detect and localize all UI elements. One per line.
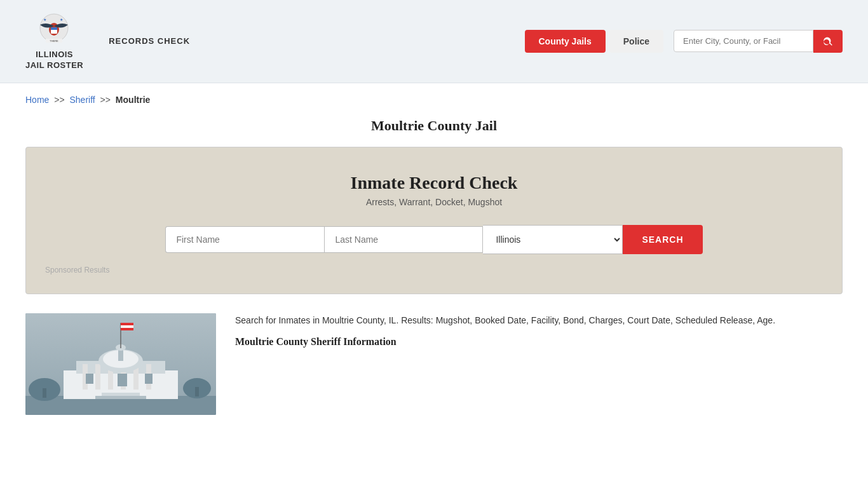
svg-rect-27 — [121, 325, 133, 328]
page-title-area: Moultrie County Jail — [0, 111, 868, 147]
breadcrumb-separator-2: >> — [100, 95, 111, 105]
svg-rect-28 — [121, 328, 133, 330]
bottom-section: Search for Inmates in Moultrie County, I… — [0, 313, 868, 434]
county-jails-button[interactable]: County Jails — [525, 30, 606, 53]
svg-text:THERE: THERE — [50, 39, 58, 43]
page-title: Moultrie County Jail — [25, 118, 843, 134]
site-header: ★ ★ THERE ILLINOIS JAIL ROSTER RECORDS C… — [0, 0, 868, 83]
bottom-description: Search for Inmates in Moultrie County, I… — [235, 313, 843, 327]
svg-rect-31 — [145, 374, 153, 384]
site-logo-link[interactable]: ★ ★ THERE ILLINOIS JAIL ROSTER — [25, 11, 83, 71]
svg-text:★: ★ — [43, 18, 46, 22]
sponsored-label: Sponsored Results — [45, 266, 823, 274]
inmate-search-button[interactable]: SEARCH — [623, 225, 702, 254]
search-icon — [822, 36, 834, 47]
svg-rect-34 — [43, 388, 46, 398]
bottom-text-area: Search for Inmates in Moultrie County, I… — [235, 313, 843, 348]
svg-rect-26 — [121, 323, 133, 325]
header-search-area — [674, 30, 843, 53]
capitol-image-placeholder — [25, 313, 216, 415]
breadcrumb-separator-1: >> — [54, 95, 64, 105]
svg-text:★: ★ — [60, 18, 63, 22]
breadcrumb-home-link[interactable]: Home — [25, 95, 49, 105]
county-info-heading: Moultrie County Sheriff Information — [235, 336, 843, 348]
breadcrumb: Home >> Sheriff >> Moultrie — [0, 83, 868, 111]
inmate-record-check-box: Inmate Record Check Arrests, Warrant, Do… — [25, 147, 843, 294]
svg-rect-3 — [51, 27, 57, 30]
police-button[interactable]: Police — [609, 30, 663, 53]
header-search-input[interactable] — [674, 30, 813, 52]
breadcrumb-sheriff-link[interactable]: Sheriff — [70, 95, 95, 105]
first-name-input[interactable] — [165, 226, 324, 253]
county-image — [25, 313, 216, 415]
inmate-box-title: Inmate Record Check — [45, 173, 823, 193]
header-search-button[interactable] — [813, 30, 843, 53]
logo-text: ILLINOIS JAIL ROSTER — [25, 50, 83, 71]
header-nav: County Jails Police — [525, 30, 843, 53]
svg-rect-29 — [86, 374, 93, 384]
svg-rect-13 — [102, 393, 140, 396]
svg-rect-30 — [118, 374, 127, 386]
inmate-search-form: AlabamaAlaskaArizonaArkansasCaliforniaCo… — [45, 225, 823, 254]
illinois-flag-icon: ★ ★ THERE — [37, 11, 72, 50]
last-name-input[interactable] — [324, 226, 483, 253]
breadcrumb-current: Moultrie — [116, 95, 150, 105]
svg-rect-12 — [95, 396, 146, 399]
records-check-link[interactable]: RECORDS CHECK — [109, 36, 190, 46]
state-select[interactable]: AlabamaAlaskaArizonaArkansasCaliforniaCo… — [483, 225, 623, 254]
svg-rect-35 — [195, 387, 199, 396]
inmate-box-subtitle: Arrests, Warrant, Docket, Mugshot — [45, 197, 823, 207]
svg-rect-15 — [95, 364, 100, 390]
